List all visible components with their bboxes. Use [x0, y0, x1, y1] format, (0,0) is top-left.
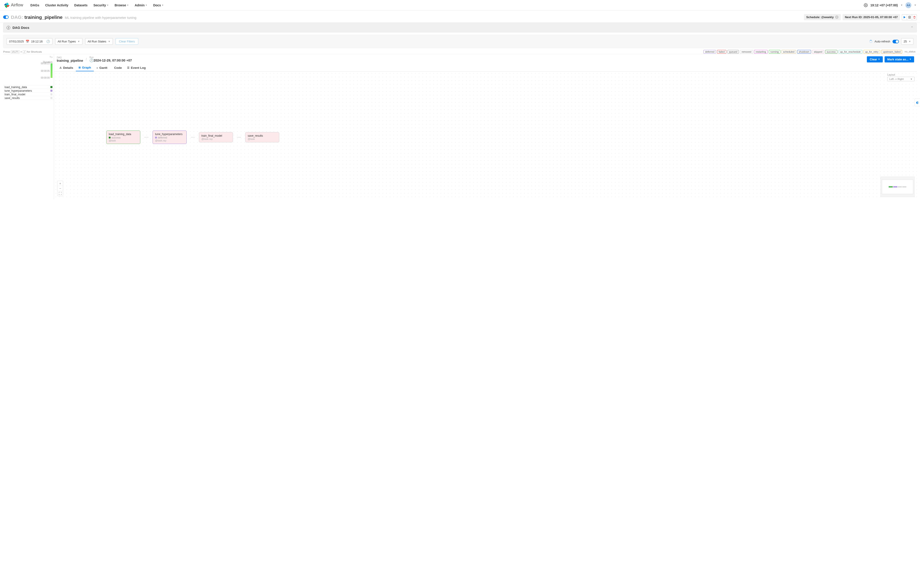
- dag-docs-bar[interactable]: i DAG Docs ⌃: [3, 23, 917, 32]
- trash-icon: [913, 16, 916, 19]
- run-actions: Clear▼ Mark state as...▼: [867, 56, 914, 62]
- collapse-tree-icon[interactable]: [50, 56, 52, 59]
- chevron-down-icon: ▼: [910, 78, 912, 80]
- nav-item-dags[interactable]: DAGs: [28, 2, 42, 9]
- breadcrumb-run[interactable]: Run 🕐2024-12-29, 07:00:00 +07: [89, 56, 132, 62]
- legend-restarting[interactable]: restarting: [754, 50, 768, 53]
- nav-item-cluster-activity[interactable]: Cluster Activity: [42, 2, 71, 9]
- user-avatar[interactable]: AA: [905, 2, 911, 8]
- legend-scheduled[interactable]: scheduled: [781, 50, 796, 53]
- schedule-chip[interactable]: Schedule: @weekly i: [804, 14, 841, 20]
- tab-label: Code: [114, 66, 122, 70]
- chevron-down-icon[interactable]: ▼: [901, 4, 903, 6]
- mark-label: Mark state as...: [887, 58, 909, 61]
- legend-up_for_reschedule[interactable]: up_for_reschedule: [839, 50, 862, 53]
- tab-code[interactable]: Code: [110, 64, 125, 71]
- details-panel: DAG training_pipeline / Run 🕐2024-12-29,…: [54, 54, 917, 199]
- task-row[interactable]: tune_hyperparameters: [3, 89, 54, 92]
- duration-bar[interactable]: [51, 63, 52, 78]
- legend-running[interactable]: running: [769, 50, 781, 53]
- legend-shutdown[interactable]: shutdown: [797, 50, 811, 53]
- nav-item-admin[interactable]: Admin▼: [132, 2, 150, 9]
- breadcrumb-separator: /: [86, 57, 87, 61]
- legend-deferred[interactable]: deferred: [703, 50, 716, 53]
- task-status-square[interactable]: [50, 93, 52, 96]
- duration-label: Duration: [3, 54, 54, 63]
- nav-item-security[interactable]: Security▼: [91, 2, 111, 9]
- mark-state-button[interactable]: Mark state as...▼: [884, 56, 914, 62]
- tab-details[interactable]: ⚠Details: [57, 64, 76, 71]
- chevron-down-icon: ▼: [127, 4, 129, 6]
- tab-event-log[interactable]: ☰Event Log: [125, 64, 148, 71]
- breadcrumb-dag[interactable]: DAG training_pipeline: [57, 56, 83, 62]
- legend-success[interactable]: success: [825, 50, 837, 53]
- graph-node-load_training_data[interactable]: load_training_datasuccess@task: [106, 131, 140, 144]
- layout-select[interactable]: Left -> Right ▼: [887, 77, 915, 81]
- clear-filters-button[interactable]: Clear Filters: [115, 38, 138, 45]
- brand-logo[interactable]: Airflow: [4, 2, 23, 8]
- nav-item-datasets[interactable]: Datasets: [71, 2, 90, 9]
- gantt-icon: ≡: [97, 66, 98, 69]
- graph-node-save_results[interactable]: save_results@task: [245, 132, 279, 143]
- next-run-chip[interactable]: Next Run ID: 2025-01-05, 07:00:00 +07: [842, 14, 900, 20]
- trigger-dag-button[interactable]: [902, 14, 907, 20]
- schedule-label: Schedule: @weekly: [806, 15, 834, 19]
- auto-refresh-toggle[interactable]: [892, 40, 899, 43]
- side-drawer-toggle[interactable]: ◐: [915, 99, 920, 106]
- task-status-square[interactable]: [50, 86, 52, 88]
- task-row[interactable]: save_results: [3, 96, 54, 100]
- state-dot: [155, 137, 157, 138]
- task-row[interactable]: load_training_data: [3, 85, 54, 89]
- delete-dag-button[interactable]: [912, 14, 917, 20]
- dur-tick: 00:00:05: [41, 70, 50, 72]
- graph-canvas[interactable]: Layout: Left -> Right ▼ load_training_da…: [54, 71, 917, 199]
- legend-failed[interactable]: failed: [717, 50, 726, 53]
- reparse-dag-button[interactable]: [907, 14, 912, 20]
- fit-view-button[interactable]: ⛶: [57, 191, 63, 196]
- task-status-square[interactable]: [50, 90, 52, 92]
- dag-docs-title: DAG Docs: [13, 26, 29, 29]
- legend-no_status[interactable]: no_status: [903, 50, 917, 53]
- task-row[interactable]: train_final_model: [3, 92, 54, 96]
- node-title: train_final_model: [201, 134, 230, 137]
- auto-refresh-label: Auto-refresh: [875, 40, 890, 43]
- run-count-select[interactable]: 25 ▼: [901, 38, 914, 45]
- zoom-in-button[interactable]: +: [57, 181, 63, 186]
- svg-point-0: [865, 5, 866, 6]
- tab-graph[interactable]: ⊞Graph: [76, 64, 94, 71]
- legend-queued[interactable]: queued: [727, 50, 739, 53]
- legend-skipped[interactable]: skipped: [812, 50, 824, 53]
- header-clock[interactable]: 19:12 +07 (+07:00): [870, 3, 898, 7]
- dag-header: DAG: training_pipeline ML training pipel…: [0, 10, 920, 23]
- minimap[interactable]: [881, 177, 915, 197]
- filter-bar: 07/01/2025 📅 19:12:16 🕐 All Run Types ▼ …: [3, 35, 917, 48]
- legend-upstream_failed[interactable]: upstream_failed: [881, 50, 902, 53]
- minimap-node: [889, 186, 893, 188]
- bc-run-text: 2024-12-29, 07:00:00 +07: [94, 58, 132, 62]
- run-types-select[interactable]: All Run Types ▼: [55, 38, 83, 45]
- task-status-square[interactable]: [50, 97, 52, 99]
- chevron-down-icon: ▼: [909, 58, 911, 60]
- graph-nodes: load_training_datasuccess@tasktune_hyper…: [106, 131, 279, 144]
- kbd-slash: /: [23, 50, 26, 53]
- zoom-out-button[interactable]: −: [57, 186, 63, 191]
- gear-icon[interactable]: [864, 3, 868, 7]
- legend-up_for_retry[interactable]: up_for_retry: [863, 50, 880, 53]
- datetime-input[interactable]: 07/01/2025 📅 19:12:16 🕐: [6, 38, 52, 45]
- graph-node-train_final_model[interactable]: train_final_model@task.ray: [199, 132, 233, 143]
- node-operator: @task.ray: [155, 139, 184, 142]
- chevron-down-icon[interactable]: ▼: [914, 4, 916, 6]
- tab-gantt[interactable]: ≡Gantt: [94, 64, 110, 71]
- nav-links: DAGsCluster ActivityDatasetsSecurity▼Bro…: [28, 2, 864, 9]
- dur-tick: 00:00:11: [41, 62, 50, 65]
- clear-run-button[interactable]: Clear▼: [867, 56, 883, 62]
- detail-tabs: ⚠Details⊞Graph≡GanttCode☰Event Log: [54, 64, 917, 71]
- nav-item-docs[interactable]: Docs▼: [151, 2, 167, 9]
- graph-node-tune_hyperparameters[interactable]: tune_hyperparametersdeferred@task.ray: [152, 131, 186, 144]
- navbar-right: 19:12 +07 (+07:00) ▼ AA ▼: [864, 2, 916, 8]
- nav-item-browse[interactable]: Browse▼: [112, 2, 132, 9]
- node-operator: @task: [109, 139, 138, 142]
- legend-removed[interactable]: removed: [740, 50, 753, 53]
- dag-enabled-toggle[interactable]: [3, 15, 9, 19]
- run-states-select[interactable]: All Run States ▼: [85, 38, 113, 45]
